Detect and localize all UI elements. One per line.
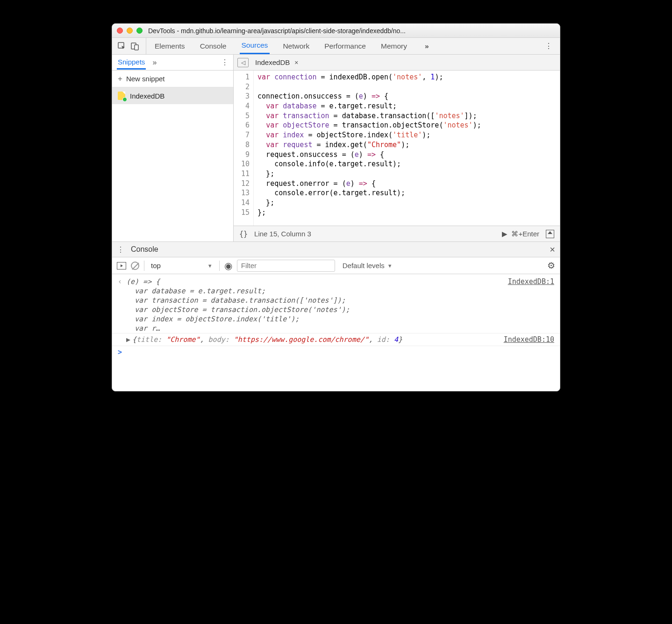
log-content: (e) => { (126, 277, 499, 286)
close-window-button[interactable] (117, 28, 123, 34)
separator (219, 261, 220, 271)
pretty-print-icon[interactable]: {} (239, 230, 248, 238)
cursor-position: Line 15, Column 3 (254, 230, 311, 238)
new-snippet-label: New snippet (126, 75, 165, 83)
console-menu-icon[interactable]: ⋮ (117, 245, 124, 254)
editor-tab-indexeddb[interactable]: IndexedDB × (255, 58, 298, 66)
inspect-element-icon[interactable] (118, 42, 126, 50)
editor-pane: ◁ IndexedDB × 123456789101112131415 var … (234, 55, 560, 241)
panel-tabbar: Elements Console Sources Network Perform… (112, 38, 560, 55)
sidebar-tabs-overflow[interactable]: » (152, 58, 157, 67)
levels-label: Default levels (343, 262, 385, 269)
console-drawer-title: Console (131, 245, 158, 254)
devtools-window: DevTools - mdn.github.io/learning-area/j… (112, 23, 560, 391)
console-log-row[interactable]: ‹ (e) => { IndexedDB:1 (112, 277, 560, 286)
run-snippet-button[interactable]: ▶ ⌘+Enter (502, 230, 539, 238)
inspect-tools (115, 38, 146, 54)
sidebar-menu-icon[interactable]: ⋮ (221, 58, 229, 67)
editor-tabstrip: ◁ IndexedDB × (234, 55, 560, 71)
console-settings-icon[interactable]: ⚙ (547, 260, 555, 271)
console-drawer-header: ⋮ Console × (112, 241, 560, 257)
tab-memory[interactable]: Memory (379, 38, 409, 54)
tab-performance[interactable]: Performance (322, 38, 368, 54)
console-log-row[interactable]: ▶ {title: "Chrome", body: "https://www.g… (112, 333, 560, 346)
window-title: DevTools - mdn.github.io/learning-area/j… (148, 27, 406, 35)
console-filter (237, 260, 335, 272)
code-content: var connection = indexedDB.open('notes',… (254, 71, 485, 226)
sources-main: Snippets » ⋮ + New snippet IndexedDB ◁ I… (112, 55, 560, 241)
play-icon: ▶ (502, 230, 508, 238)
tab-console[interactable]: Console (198, 38, 229, 54)
context-label: top (151, 262, 161, 269)
tab-elements[interactable]: Elements (153, 38, 187, 54)
device-toggle-icon[interactable] (131, 42, 139, 50)
navigator-toggle-icon[interactable]: ◁ (237, 58, 249, 67)
maximize-window-button[interactable] (136, 28, 143, 34)
plus-icon: + (118, 74, 122, 84)
execution-context-select[interactable]: top ▼ (149, 262, 214, 269)
clear-console-icon[interactable] (131, 262, 139, 270)
panel-tabs: Elements Console Sources Network Perform… (146, 38, 540, 54)
chevron-down-icon: ▼ (387, 263, 393, 269)
toggle-drawer-icon[interactable] (546, 230, 554, 238)
tab-network[interactable]: Network (281, 38, 311, 54)
console-toolbar: top ▼ ◉ Default levels ▼ ⚙ (112, 257, 560, 274)
new-snippet-button[interactable]: + New snippet (112, 71, 233, 87)
line-gutter: 123456789101112131415 (234, 71, 254, 226)
editor-tab-label: IndexedDB (255, 58, 290, 66)
snippets-sidebar: Snippets » ⋮ + New snippet IndexedDB (112, 55, 234, 241)
snippet-item-indexeddb[interactable]: IndexedDB (112, 87, 233, 104)
settings-menu-icon[interactable]: ⋮ (540, 42, 557, 50)
console-prompt-row[interactable]: > (112, 346, 560, 358)
traffic-lights (117, 28, 143, 34)
run-shortcut-label: ⌘+Enter (511, 230, 539, 238)
console-sidebar-toggle-icon[interactable] (117, 262, 126, 269)
close-drawer-icon[interactable]: × (550, 244, 555, 255)
sidebar-tab-snippets[interactable]: Snippets (117, 55, 146, 70)
window-titlebar: DevTools - mdn.github.io/learning-area/j… (112, 24, 560, 38)
collapse-icon[interactable]: ‹ (118, 277, 126, 286)
source-link[interactable]: IndexedDB:10 (494, 335, 554, 344)
sidebar-tabstrip: Snippets » ⋮ (112, 55, 233, 71)
console-output: ‹ (e) => { IndexedDB:1 var database = e.… (112, 274, 560, 391)
source-link[interactable]: IndexedDB:1 (499, 277, 554, 286)
object-preview: {title: "Chrome", body: "https://www.goo… (132, 335, 402, 344)
expand-icon[interactable]: ▶ (126, 335, 130, 344)
live-expression-icon[interactable]: ◉ (224, 260, 232, 271)
js-file-icon (118, 92, 125, 100)
editor-statusbar: {} Line 15, Column 3 ▶ ⌘+Enter (234, 226, 560, 241)
prompt-icon: > (118, 348, 122, 356)
svg-rect-2 (135, 45, 138, 50)
code-editor[interactable]: 123456789101112131415 var connection = i… (234, 71, 560, 226)
tab-sources[interactable]: Sources (240, 38, 270, 54)
minimize-window-button[interactable] (127, 28, 133, 34)
filter-input[interactable] (237, 260, 335, 272)
snippet-name: IndexedDB (130, 92, 164, 100)
log-levels-select[interactable]: Default levels ▼ (343, 262, 393, 269)
chevron-down-icon: ▼ (207, 263, 213, 269)
close-tab-icon[interactable]: × (294, 59, 298, 66)
tabs-overflow[interactable]: » (420, 42, 434, 50)
separator (144, 261, 144, 271)
